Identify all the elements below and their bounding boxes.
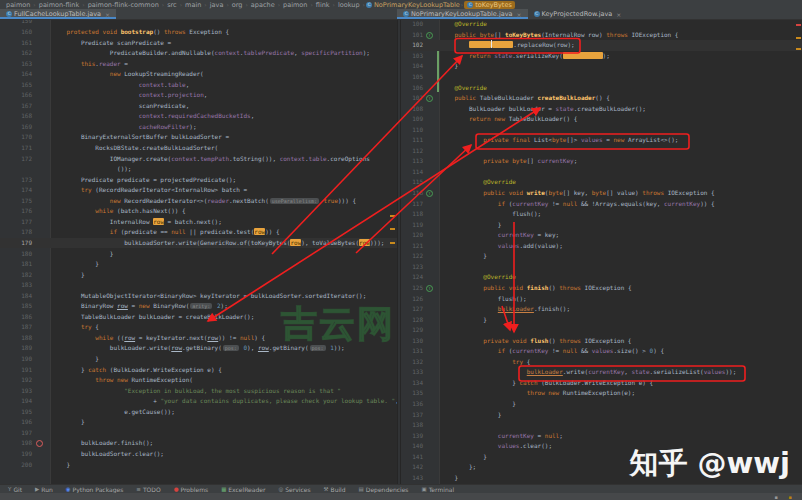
breadcrumb-item[interactable]: lookup [338,1,360,9]
code-text[interactable]: Predicate predicate = projectedPredicate… [52,175,236,186]
line-number[interactable]: 137 [401,410,423,421]
line-number[interactable]: 138 [401,420,423,431]
code-text[interactable]: TableBulkLoader bulkLoader = createBulkL… [52,312,254,323]
code-text[interactable]: context.table, [52,80,189,91]
tool-window-button-git[interactable]: YGit [8,486,22,493]
line-number[interactable]: 160 [0,27,32,38]
status-mini-icon[interactable]: ▪ [789,494,792,500]
line-number[interactable]: 109 [401,114,423,125]
code-text[interactable]: } [52,460,70,471]
code-text[interactable]: if (currentKey != null && values.size() … [440,346,664,357]
line-number[interactable]: 191 [0,365,32,376]
code-text[interactable]: scanPredicate, [52,101,189,112]
line-number[interactable]: 200 [0,460,32,471]
code-text[interactable]: public byte[] toKeyBytes(InternalRow row… [440,30,678,41]
code-text[interactable]: protected void bootstrap() throws Except… [52,27,229,38]
line-number[interactable]: 136 [401,399,423,410]
code-text[interactable]: } [52,354,99,365]
code-text[interactable]: } [440,452,487,463]
breadcrumb-item[interactable]: apache [251,1,275,9]
line-number[interactable]: 118 [401,209,423,220]
line-number[interactable]: 100 [401,20,423,30]
line-number[interactable]: 181 [0,259,32,270]
code-text[interactable]: this.reader = [52,59,128,70]
line-number[interactable]: 177 [0,217,32,228]
code-text[interactable]: @Override [440,177,516,188]
line-number[interactable]: 132 [401,357,423,368]
code-text[interactable]: currentKey = key; [440,230,559,241]
code-text[interactable]: } [440,251,487,262]
line-number[interactable]: 185 [0,301,32,312]
code-text[interactable]: private void flush() throws IOException … [440,336,631,347]
code-text[interactable]: } [52,270,85,281]
code-text[interactable]: } [440,399,516,410]
line-number[interactable]: 104 [401,61,423,72]
line-number[interactable]: 197 [0,428,32,439]
line-number[interactable]: 131 [401,346,423,357]
breadcrumb-item[interactable]: main [185,1,201,9]
code-text[interactable]: @Override [440,20,487,30]
code-text[interactable]: values.add(value); [440,241,563,252]
line-number[interactable]: 192 [0,375,32,386]
code-text[interactable]: bulkLoader.finish(); [440,304,570,315]
pane-divider[interactable] [397,20,401,484]
breadcrumb-class-item[interactable]: CNoPrimaryKeyLookupTable [366,1,460,9]
line-number[interactable]: 161 [0,38,32,49]
code-text[interactable]: return state.serializeKey( ); [440,51,610,62]
line-number[interactable]: 141 [401,452,423,463]
code-text[interactable]: @Override [440,83,487,94]
line-number[interactable]: 194 [0,396,32,407]
line-number[interactable]: 119 [401,220,423,231]
breadcrumb-item[interactable]: org [232,1,243,9]
code-text[interactable]: e.getCause()); [52,407,175,418]
code-text[interactable]: } catch (BulkLoader.WriteException e) { [440,378,653,389]
line-number[interactable]: 173 [0,175,32,186]
code-text[interactable]: IOManager.create(context.tempPath.toStri… [52,154,370,165]
tool-window-button-terminal[interactable]: ▣Terminal [422,486,455,493]
code-text[interactable]: throw new RuntimeException(e); [440,388,635,399]
code-text[interactable]: public void finish() throws IOException … [440,283,632,294]
line-number[interactable]: 115 [401,177,423,188]
line-number[interactable]: 164 [0,69,32,80]
code-text[interactable]: context.projection, [52,90,207,101]
code-text[interactable]: } [440,220,501,231]
line-number[interactable]: 140 [401,441,423,452]
line-number[interactable]: 195 [0,407,32,418]
code-text[interactable]: } [52,259,99,270]
tool-window-button-excelreader[interactable]: ▦ExcelReader [221,486,265,493]
line-number[interactable]: 106 [401,83,423,94]
code-text[interactable]: + "your data contains duplicates, please… [52,396,397,407]
code-text[interactable]: .replaceRow(row); [440,40,575,51]
line-number[interactable]: 128 [401,315,423,326]
line-number[interactable]: 108 [401,104,423,115]
override-icon[interactable]: ↑ [426,285,433,292]
line-number[interactable]: 193 [0,386,32,397]
override-icon[interactable]: ↑ [426,190,433,197]
line-number[interactable]: 129 [401,325,423,336]
code-text[interactable]: InternalRow row = batch.next(); [52,217,222,228]
line-number[interactable]: 125 [401,283,423,294]
breadcrumb-item[interactable]: paimon-flink-common [88,1,159,9]
line-number[interactable]: 162 [0,48,32,59]
line-number[interactable]: 180 [0,249,32,260]
line-number[interactable]: 117 [401,199,423,210]
editor-tab[interactable]: CKeyProjectedRow.java× [528,9,628,19]
code-text[interactable]: BinaryExternalSortBuffer bulkLoadSorter … [52,132,229,143]
code-text[interactable]: Predicate scanPredicate = [52,38,171,49]
line-number[interactable]: 159 [0,20,32,27]
line-number[interactable]: 174 [0,185,32,196]
line-number[interactable]: 189 [0,343,32,354]
breadcrumb-item[interactable]: src [167,1,177,9]
breakpoint-icon[interactable] [36,440,43,447]
editor-tab[interactable]: CFullCacheLookupTable.java× [0,9,116,19]
code-text[interactable]: private byte[] currentKey; [440,156,577,167]
code-text[interactable]: ()); [52,164,131,175]
line-number[interactable]: 170 [0,132,32,143]
tool-window-button-problems[interactable]: ●Problems [174,486,208,493]
line-number[interactable]: 176 [0,206,32,217]
breadcrumb-item[interactable]: java [210,1,224,9]
line-number[interactable]: 126 [401,294,423,305]
line-number[interactable]: 130 [401,336,423,347]
code-text[interactable]: new LookupStreamingReader( [52,69,204,80]
breadcrumb-item[interactable]: paimon-flink [39,1,79,9]
